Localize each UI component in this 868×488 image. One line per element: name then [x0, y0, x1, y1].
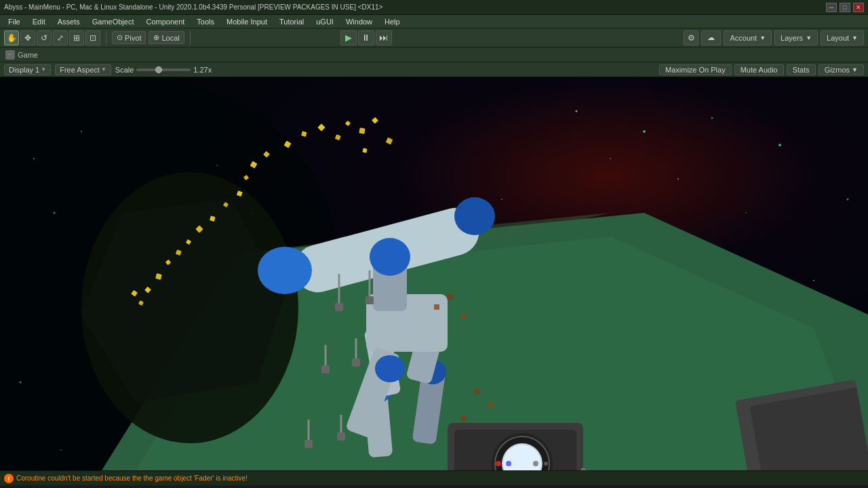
play-button[interactable]: ▶: [340, 30, 357, 45]
menu-item-gameobject[interactable]: GameObject: [87, 16, 140, 27]
svg-rect-73: [475, 389, 480, 394]
warning-text: Coroutine couldn't be started because th…: [16, 474, 248, 482]
svg-point-6: [20, 382, 22, 384]
scale-value: 1.27x: [193, 66, 212, 74]
right-toolbar: ⚙ ☁ Account ▼ Layers ▼ Layout ▼: [684, 30, 864, 45]
account-button[interactable]: Account ▼: [724, 30, 772, 45]
local-icon: ⊕: [153, 33, 159, 42]
viewbar: Display 1 ▼ Free Aspect ▼ Scale 1.27x Ma…: [0, 62, 868, 77]
menu-item-window[interactable]: Window: [340, 16, 378, 27]
layout-dropdown-icon: ▼: [852, 35, 858, 41]
play-controls: ▶ ⏸ ⏭: [340, 30, 392, 45]
cloud-button[interactable]: ☁: [701, 30, 721, 45]
layers-label: Layers: [781, 34, 803, 42]
display-dropdown[interactable]: Display 1 ▼: [4, 64, 51, 75]
svg-rect-85: [304, 440, 313, 448]
svg-point-17: [847, 199, 849, 201]
svg-point-16: [813, 280, 814, 281]
layout-label: Layout: [827, 34, 849, 42]
pivot-label: Pivot: [125, 34, 141, 42]
maximize-button[interactable]: □: [840, 3, 850, 12]
move-tool-button[interactable]: ✥: [20, 30, 35, 45]
menu-item-tutorial[interactable]: Tutorial: [274, 16, 309, 27]
menu-item-mobile input[interactable]: Mobile Input: [221, 16, 273, 27]
svg-point-96: [533, 461, 538, 466]
menu-item-help[interactable]: Help: [379, 16, 406, 27]
layout-button[interactable]: Layout ▼: [821, 30, 864, 45]
svg-point-41: [258, 247, 312, 294]
rotate-tool-button[interactable]: ↺: [37, 30, 52, 45]
settings-icon[interactable]: ⚙: [684, 30, 698, 45]
svg-rect-77: [335, 303, 343, 311]
status-warning: ! Coroutine couldn't be started because …: [4, 474, 248, 483]
view-right-controls: Maximize On Play Mute Audio Stats Gizmos…: [659, 64, 864, 75]
scale-control: Scale 1.27x: [115, 66, 212, 74]
menu-item-component[interactable]: Component: [140, 16, 190, 27]
menu-item-file[interactable]: File: [3, 16, 26, 27]
step-button[interactable]: ⏭: [376, 30, 392, 45]
close-button[interactable]: ✕: [853, 3, 864, 12]
gizmos-button[interactable]: Gizmos▼: [818, 64, 864, 75]
transform-tool-button[interactable]: ⊡: [85, 30, 100, 45]
svg-point-13: [711, 117, 713, 119]
layers-dropdown-icon: ▼: [806, 35, 812, 41]
pivot-button[interactable]: ⊙ Pivot: [112, 31, 146, 44]
scale-slider[interactable]: [136, 68, 191, 71]
account-dropdown-icon: ▼: [760, 35, 766, 41]
aspect-label: Free Aspect: [60, 66, 100, 74]
account-label: Account: [730, 34, 757, 42]
local-button[interactable]: ⊕ Local: [149, 31, 184, 44]
svg-point-97: [544, 462, 548, 466]
mute-audio-button[interactable]: Mute Audio: [734, 64, 784, 75]
game-tab-label: Game: [18, 51, 38, 59]
svg-point-4: [81, 131, 82, 132]
transform-tools-group: ✋ ✥ ↺ ⤢ ⊞ ⊡: [4, 30, 100, 45]
maximize-on-play-button[interactable]: Maximize On Play: [659, 64, 732, 75]
local-label: Local: [161, 34, 179, 42]
viewport[interactable]: [0, 77, 868, 470]
rect-tool-button[interactable]: ⊞: [69, 30, 84, 45]
aspect-dropdown[interactable]: Free Aspect ▼: [55, 64, 111, 75]
svg-point-46: [375, 355, 405, 382]
svg-point-8: [60, 449, 62, 451]
menu-item-edit[interactable]: Edit: [27, 16, 51, 27]
svg-point-12: [677, 178, 679, 180]
gamebar: 🎮 Game: [0, 47, 868, 62]
scale-tool-button[interactable]: ⤢: [53, 30, 68, 45]
svg-point-44: [370, 238, 410, 276]
hand-tool-button[interactable]: ✋: [4, 30, 19, 45]
minimize-button[interactable]: ─: [826, 3, 837, 12]
layers-button[interactable]: Layers ▼: [774, 30, 818, 45]
svg-rect-70: [434, 304, 439, 310]
titlebar-title: Abyss - MainMenu - PC, Mac & Linux Stand…: [4, 3, 382, 11]
titlebar-controls: ─ □ ✕: [826, 3, 864, 12]
menu-item-tools[interactable]: Tools: [191, 16, 220, 27]
pause-button[interactable]: ⏸: [358, 30, 374, 45]
menubar: FileEditAssetsGameObjectComponentToolsMo…: [0, 15, 868, 28]
game-tab[interactable]: 🎮 Game: [5, 50, 38, 60]
aspect-dropdown-icon: ▼: [101, 66, 106, 73]
menu-item-ugui[interactable]: uGUI: [311, 16, 339, 27]
svg-point-2: [33, 158, 35, 159]
svg-point-95: [506, 461, 511, 466]
statusbar: ! Coroutine couldn't be started because …: [0, 470, 868, 485]
toolbar-separator-1: [106, 31, 106, 45]
svg-point-11: [643, 130, 646, 133]
cloud-icon: ☁: [707, 33, 715, 42]
pivot-icon: ⊙: [117, 33, 123, 42]
menu-item-assets[interactable]: Assets: [52, 16, 85, 27]
svg-rect-79: [366, 296, 374, 304]
toolbar-separator-2: [190, 31, 191, 45]
scale-thumb: [155, 66, 162, 73]
svg-rect-74: [488, 403, 493, 407]
titlebar: Abyss - MainMenu - PC, Mac & Linux Stand…: [0, 0, 868, 15]
warning-icon: !: [4, 474, 14, 483]
svg-rect-83: [352, 359, 360, 367]
svg-rect-87: [337, 432, 345, 441]
svg-point-42: [454, 197, 495, 235]
svg-rect-52: [359, 127, 365, 134]
svg-point-14: [745, 212, 747, 214]
stats-button[interactable]: Stats: [787, 64, 816, 75]
display-label: Display 1: [9, 66, 39, 74]
svg-point-10: [610, 158, 611, 159]
